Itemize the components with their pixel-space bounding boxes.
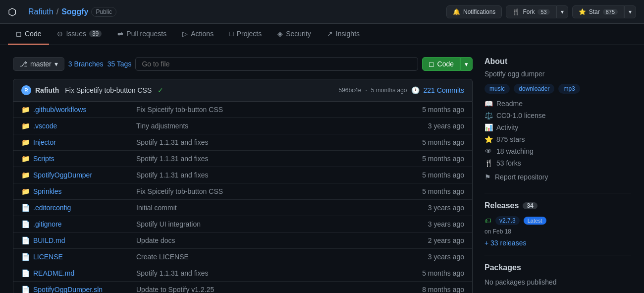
branch-info: 3 Branches 35 Tags bbox=[68, 60, 132, 68]
forks-label: 53 forks bbox=[496, 159, 521, 167]
license-sidebar-link[interactable]: ⚖️ CC0-1.0 license bbox=[484, 112, 631, 119]
tag-count-link[interactable]: 35 Tags bbox=[107, 60, 132, 68]
fork-dropdown[interactable]: ▾ bbox=[556, 5, 568, 18]
file-table: 📁 .github/workflows Fix Spicetify tob-bu… bbox=[13, 102, 473, 293]
file-name-link[interactable]: BUILD.md bbox=[33, 236, 132, 244]
branch-name: master bbox=[30, 60, 52, 68]
repo-owner-link[interactable]: Rafiuth bbox=[28, 7, 54, 16]
pr-icon: ⇌ bbox=[117, 30, 123, 38]
stars-link[interactable]: ⭐ 875 stars bbox=[484, 135, 631, 143]
activity-link[interactable]: 📊 Activity bbox=[484, 123, 631, 131]
file-icon: 📄 bbox=[21, 286, 29, 293]
sidebar-divider-1 bbox=[484, 193, 631, 193]
release-item: 🏷 v2.7.3 Latest bbox=[484, 216, 631, 225]
tab-projects[interactable]: □ Projects bbox=[221, 24, 269, 45]
tab-insights[interactable]: ↗ Insights bbox=[319, 24, 368, 45]
file-name-link[interactable]: .vscode bbox=[33, 122, 132, 130]
tab-actions[interactable]: ▷ Actions bbox=[174, 24, 221, 45]
tab-issues[interactable]: ⊙ Issues 39 bbox=[49, 24, 109, 45]
repo-content: ⎇ master ▾ 3 Branches 35 Tags ◻ Code ▾ R bbox=[13, 57, 473, 293]
file-commit-msg: Spotify 1.1.31 and fixes bbox=[136, 138, 411, 146]
table-row: 📁 Sprinkles Fix Spicetify tob-button CSS… bbox=[13, 183, 472, 200]
commit-hash[interactable]: 596bc4e bbox=[338, 87, 361, 94]
tag-music[interactable]: music bbox=[484, 84, 510, 94]
branch-count-link[interactable]: 3 Branches bbox=[68, 60, 104, 68]
repo-name-link[interactable]: Soggfy bbox=[61, 7, 88, 16]
activity-icon: 📊 bbox=[484, 123, 492, 131]
fork-button[interactable]: 🍴 Fork 53 bbox=[506, 5, 556, 18]
eye-icon: 👁 bbox=[484, 147, 492, 155]
issues-icon: ⊙ bbox=[57, 30, 63, 38]
code-button[interactable]: ◻ Code bbox=[422, 57, 460, 71]
file-bar: ⎇ master ▾ 3 Branches 35 Tags ◻ Code ▾ bbox=[13, 57, 473, 71]
branch-icon: ⎇ bbox=[19, 60, 27, 68]
branch-dropdown-icon: ▾ bbox=[54, 60, 58, 68]
file-name-link[interactable]: README.md bbox=[33, 269, 132, 277]
releases-title: Releases 34 bbox=[484, 201, 631, 210]
folder-icon: 📁 bbox=[21, 106, 29, 114]
tab-code[interactable]: ◻ Code bbox=[8, 24, 49, 45]
table-row: 📁 .github/workflows Fix Spicetify tob-bu… bbox=[13, 102, 472, 118]
commits-count-link[interactable]: 221 Commits bbox=[424, 86, 464, 94]
fork-count: 53 bbox=[537, 9, 549, 15]
commit-dot: · bbox=[365, 87, 367, 94]
file-name-link[interactable]: .github/workflows bbox=[33, 106, 132, 114]
file-name-link[interactable]: .gitignore bbox=[33, 220, 132, 228]
file-commit-msg: Update to Spotify v1.2.25 bbox=[136, 286, 411, 293]
tags-container: music downloader mp3 bbox=[484, 84, 631, 94]
file-commit-msg: Fix Spicetify tob-button CSS bbox=[136, 106, 411, 114]
tab-security-label: Security bbox=[286, 30, 311, 38]
file-name-link[interactable]: Scripts bbox=[33, 155, 132, 163]
forks-sidebar-icon: 🍴 bbox=[484, 159, 492, 167]
commit-check-icon[interactable]: ✓ bbox=[158, 86, 163, 94]
notifications-label: Notifications bbox=[463, 8, 495, 15]
tag-mp3[interactable]: mp3 bbox=[558, 84, 580, 94]
go-to-file-input[interactable] bbox=[135, 57, 418, 71]
projects-icon: □ bbox=[229, 30, 233, 38]
watching-link[interactable]: 👁 18 watching bbox=[484, 147, 631, 155]
file-commit-msg: Initial commit bbox=[136, 204, 411, 212]
commit-author-name[interactable]: Rafiuth bbox=[35, 86, 59, 94]
nav-actions: 🔔 Notifications 🍴 Fork 53 ▾ ⭐ Star 875 ▾ bbox=[446, 5, 636, 18]
stars-icon: ⭐ bbox=[484, 135, 492, 143]
file-time: 8 months ago bbox=[415, 286, 464, 293]
notifications-button[interactable]: 🔔 Notifications bbox=[446, 5, 502, 18]
file-name-link[interactable]: Sprinkles bbox=[33, 187, 132, 195]
file-time: 5 months ago bbox=[415, 269, 464, 277]
public-badge: Public bbox=[91, 7, 116, 17]
report-label: Report repository bbox=[495, 173, 548, 181]
readme-label: Readme bbox=[496, 100, 523, 108]
packages-empty: No packages published bbox=[484, 278, 631, 286]
repo-title: Rafiuth / Soggfy Public bbox=[28, 7, 116, 17]
packages-title: Packages bbox=[484, 263, 631, 272]
file-name-link[interactable]: LICENSE bbox=[33, 253, 132, 261]
release-tag[interactable]: v2.7.3 bbox=[495, 216, 520, 225]
folder-icon: 📁 bbox=[21, 187, 29, 195]
readme-sidebar-link[interactable]: 📖 Readme bbox=[484, 100, 631, 108]
forks-link[interactable]: 🍴 53 forks bbox=[484, 159, 631, 167]
file-commit-msg: Spotify 1.1.31 and fixes bbox=[136, 155, 411, 163]
top-nav: ⬡ Rafiuth / Soggfy Public 🔔 Notification… bbox=[0, 0, 644, 24]
code-dropdown[interactable]: ▾ bbox=[460, 57, 473, 71]
commit-time: 5 months ago bbox=[371, 87, 407, 94]
tab-pull-requests[interactable]: ⇌ Pull requests bbox=[109, 24, 174, 45]
file-time: 5 months ago bbox=[415, 155, 464, 163]
more-releases-link[interactable]: + 33 releases bbox=[484, 239, 631, 247]
tab-projects-label: Projects bbox=[237, 30, 262, 38]
file-name-link[interactable]: Injector bbox=[33, 138, 132, 146]
activity-label: Activity bbox=[496, 123, 518, 131]
book-icon: 📖 bbox=[484, 100, 492, 108]
branch-selector[interactable]: ⎇ master ▾ bbox=[13, 57, 64, 71]
release-date: on Feb 18 bbox=[484, 228, 631, 235]
table-row: 📁 Injector Spotify 1.1.31 and fixes 5 mo… bbox=[13, 134, 472, 151]
tab-security[interactable]: ◈ Security bbox=[269, 24, 319, 45]
table-row: 📄 BUILD.md Update docs 2 years ago bbox=[13, 233, 472, 249]
report-repo-link[interactable]: ⚑ Report repository bbox=[484, 173, 631, 181]
tag-downloader[interactable]: downloader bbox=[514, 84, 554, 94]
file-name-link[interactable]: .editorconfig bbox=[33, 204, 132, 212]
file-name-link[interactable]: SpotifyOggDumper.sln bbox=[33, 286, 132, 293]
star-dropdown[interactable]: ▾ bbox=[624, 5, 636, 18]
file-name-link[interactable]: SpotifyOggDumper bbox=[33, 171, 132, 179]
star-button[interactable]: ⭐ Star 875 bbox=[572, 5, 624, 18]
code-icon: ◻ bbox=[16, 30, 22, 38]
